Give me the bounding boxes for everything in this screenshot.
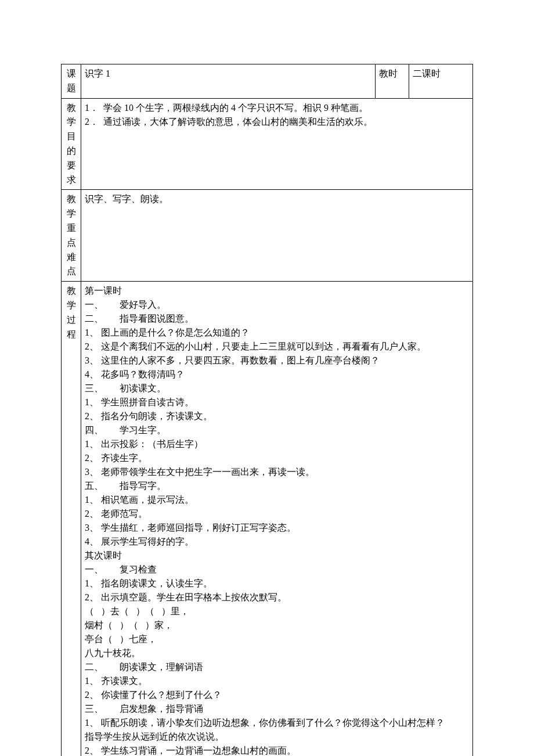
proc-line: 四、 学习生字。 xyxy=(85,423,469,437)
proc-line: 五、 指导写字。 xyxy=(85,479,469,493)
topic-label-cell: 课题 xyxy=(62,64,81,99)
kp-label-line1: 教学 xyxy=(65,192,77,221)
keypoints-text: 识字、写字、朗读。 xyxy=(85,194,168,204)
proc-line: 2、 指名分句朗读，齐读课文。 xyxy=(85,409,469,423)
proc-line: 1、 学生照拼音自读古诗。 xyxy=(85,395,469,409)
proc-line: 亭台（ ）七座， xyxy=(85,632,469,646)
proc-line: 1、 图上画的是什么？你是怎么知道的？ xyxy=(85,326,469,340)
proc-line: 2、 这是个离我们不远的小山村，只要走上二三里就可以到达，再看看有几户人家。 xyxy=(85,340,469,354)
proc-line: 1、 相识笔画，提示写法。 xyxy=(85,493,469,507)
proc-line: 其次课时 xyxy=(85,549,469,563)
proc-line: 4、 展示学生写得好的字。 xyxy=(85,535,469,549)
proc-label-2: 学 xyxy=(65,298,77,313)
proc-line: 2、 出示填空题。学生在田字格本上按依次默写。 xyxy=(85,591,469,604)
time-label-cell: 教时 xyxy=(376,64,409,99)
keypoints-content-cell: 识字、写字、朗读。 xyxy=(81,190,473,282)
obj-label-line2: 目的 xyxy=(65,129,77,159)
proc-line: 1、 指名朗读课文，认读生字。 xyxy=(85,577,469,591)
objectives-content-cell: 1． 学会 10 个生字，两根绿线内的 4 个字只识不写。相识 9 种笔画。 2… xyxy=(81,98,473,190)
proc-line: 二、 朗读课文，理解词语 xyxy=(85,660,469,674)
kp-label-line3: 难点 xyxy=(65,250,77,279)
obj-label-line1: 教学 xyxy=(65,101,77,130)
header-row: 课题 识字 1 教时 二课时 xyxy=(62,64,473,99)
time-value: 二课时 xyxy=(413,69,441,78)
proc-line: 3、 老师带领学生在文中把生字一一画出来，再读一读。 xyxy=(85,465,469,479)
proc-label-4: 程 xyxy=(65,327,77,342)
proc-line: 烟村（ ）（ ）家， xyxy=(85,618,469,632)
process-label-cell: 教 学 过 程 xyxy=(62,282,81,756)
proc-line: 一、 爱好导入。 xyxy=(85,298,469,312)
proc-line: 一、 复习检查 xyxy=(85,563,469,577)
lesson-plan-table: 课题 识字 1 教时 二课时 教学 目的 要求 1． 学会 10 个生字，两根绿… xyxy=(61,64,473,756)
proc-line: 3、 这里住的人家不多，只要四五家。再数数看，图上有几座亭台楼阁？ xyxy=(85,354,469,368)
proc-line: （ ）去（ ）（ ）里， xyxy=(85,604,469,618)
proc-label-1: 教 xyxy=(65,284,77,298)
process-row: 教 学 过 程 第一课时 一、 爱好导入。 二、 指导看图说图意。 1、 图上画… xyxy=(62,282,473,756)
proc-line: 三、 初读课文。 xyxy=(85,381,469,395)
proc-line: 2、 学生练习背诵，一边背诵一边想象山村的画面。 xyxy=(85,744,469,756)
keypoints-label-cell: 教学 重点 难点 xyxy=(62,190,81,282)
proc-line: 三、 启发想象，指导背诵 xyxy=(85,702,469,716)
proc-line: 1、 齐读课文。 xyxy=(85,674,469,688)
proc-line: 2、 老师范写。 xyxy=(85,507,469,521)
obj-line-1: 1． 学会 10 个生字，两根绿线内的 4 个字只识不写。相识 9 种笔画。 xyxy=(85,101,469,115)
proc-line: 指导学生按从远到近的依次说说。 xyxy=(85,730,469,744)
topic-value: 识字 1 xyxy=(85,69,110,78)
obj-line-2: 2． 通过诵读，大体了解诗歌的意思，体会山村的幽美和生活的欢乐。 xyxy=(85,115,469,129)
time-label: 教时 xyxy=(379,69,398,78)
proc-line: 2、 你读懂了什么？想到了什么？ xyxy=(85,688,469,702)
process-content-cell: 第一课时 一、 爱好导入。 二、 指导看图说图意。 1、 图上画的是什么？你是怎… xyxy=(81,282,473,756)
objectives-label-cell: 教学 目的 要求 xyxy=(62,98,81,190)
topic-label: 课题 xyxy=(65,67,77,96)
keypoints-row: 教学 重点 难点 识字、写字、朗读。 xyxy=(62,190,473,282)
proc-line: 2、 齐读生字。 xyxy=(85,451,469,465)
proc-line: 第一课时 xyxy=(85,284,469,298)
proc-line: 1、 出示投影：（书后生字） xyxy=(85,437,469,451)
topic-value-cell: 识字 1 xyxy=(81,64,376,99)
proc-line: 4、 花多吗？数得清吗？ xyxy=(85,368,469,381)
proc-line: 1、 听配乐朗读，请小挚友们边听边想象，你仿佛看到了什么？你觉得这个小山村怎样？ xyxy=(85,716,469,730)
proc-label-3: 过 xyxy=(65,313,77,327)
obj-label-line3: 要求 xyxy=(65,159,77,188)
objectives-row: 教学 目的 要求 1． 学会 10 个生字，两根绿线内的 4 个字只识不写。相识… xyxy=(62,98,473,190)
time-value-cell: 二课时 xyxy=(409,64,473,99)
proc-line: 3、 学生描红，老师巡回指导，刚好订正写字姿态。 xyxy=(85,521,469,535)
kp-label-line2: 重点 xyxy=(65,221,77,250)
proc-line: 二、 指导看图说图意。 xyxy=(85,312,469,326)
proc-line: 八九十枝花。 xyxy=(85,646,469,660)
